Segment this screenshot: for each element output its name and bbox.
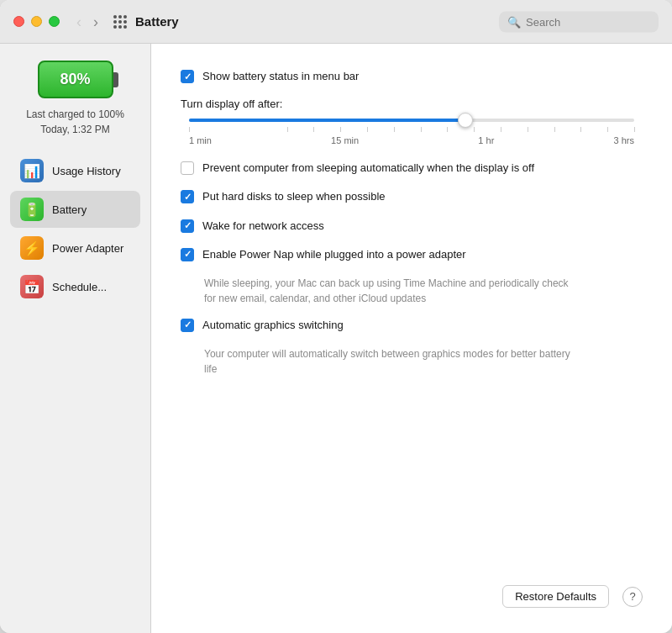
show-battery-checkbox[interactable]	[181, 70, 194, 83]
bottom-actions: Restore Defaults ?	[181, 568, 643, 608]
minimize-button[interactable]	[31, 16, 42, 27]
sidebar-item-power-adapter-label: Power Adapter	[52, 242, 123, 255]
search-box[interactable]: 🔍	[499, 11, 659, 32]
show-battery-label: Show battery status in menu bar	[202, 69, 359, 84]
window-title: Battery	[135, 14, 179, 29]
slider-track	[189, 119, 634, 122]
slider-mark-3hrs: 3 hrs	[614, 135, 634, 145]
prevent-sleeping-checkbox[interactable]	[181, 161, 194, 175]
sidebar-item-usage-history[interactable]: 📊 Usage History	[10, 152, 140, 189]
hard-disks-checkbox[interactable]	[181, 190, 194, 203]
forward-button[interactable]: ›	[90, 13, 102, 31]
sidebar-item-schedule[interactable]: 📅 Schedule...	[10, 268, 140, 305]
schedule-icon: 📅	[20, 275, 44, 298]
sidebar: 80% Last charged to 100% Today, 1:32 PM …	[0, 44, 151, 633]
battery-widget: 80% Last charged to 100% Today, 1:32 PM	[26, 61, 124, 137]
slider-labels: 1 min 15 min 1 hr 3 hrs	[189, 135, 634, 145]
nav-buttons: ‹ ›	[73, 13, 102, 31]
display-off-section: Turn display off after:	[181, 98, 643, 145]
search-input[interactable]	[526, 15, 650, 28]
auto-graphics-label: Automatic graphics switching	[202, 318, 344, 333]
wake-network-label: Wake for network access	[202, 219, 324, 234]
display-off-slider-container: 1 min 15 min 1 hr 3 hrs	[189, 119, 634, 145]
prevent-sleeping-row: Prevent computer from sleeping automatic…	[181, 161, 643, 176]
sidebar-item-schedule-label: Schedule...	[52, 281, 107, 293]
search-icon: 🔍	[507, 15, 521, 28]
settings-section: Show battery status in menu bar Turn dis…	[181, 69, 643, 568]
traffic-lights	[13, 16, 60, 27]
sidebar-item-battery[interactable]: 🔋 Battery	[10, 191, 140, 228]
hard-disks-row: Put hard disks to sleep when possible	[181, 189, 643, 204]
titlebar: ‹ › Battery 🔍	[0, 0, 672, 44]
show-battery-row: Show battery status in menu bar	[181, 69, 643, 84]
power-nap-row: Enable Power Nap while plugged into a po…	[181, 247, 643, 262]
right-panel: Show battery status in menu bar Turn dis…	[151, 44, 672, 633]
power-nap-label: Enable Power Nap while plugged into a po…	[202, 247, 466, 262]
prevent-sleeping-label: Prevent computer from sleeping automatic…	[202, 161, 534, 176]
usage-history-icon: 📊	[20, 159, 44, 182]
back-button[interactable]: ‹	[73, 13, 85, 31]
slider-mark-1hr: 1 hr	[478, 135, 494, 145]
battery-charged-text: Last charged to 100% Today, 1:32 PM	[26, 107, 124, 137]
auto-graphics-checkbox[interactable]	[181, 319, 194, 332]
maximize-button[interactable]	[49, 16, 60, 27]
battery-terminal	[113, 72, 118, 87]
hard-disks-label: Put hard disks to sleep when possible	[202, 189, 386, 204]
power-nap-sublabel: While sleeping, your Mac can back up usi…	[204, 276, 582, 306]
help-button[interactable]: ?	[622, 587, 643, 607]
battery-nav-icon: 🔋	[20, 198, 44, 221]
slider-mark-1min: 1 min	[189, 135, 212, 145]
close-button[interactable]	[13, 16, 24, 27]
main-content: 80% Last charged to 100% Today, 1:32 PM …	[0, 44, 672, 633]
battery-icon-container: 80%	[38, 61, 113, 98]
battery-percent: 80%	[60, 71, 90, 88]
sidebar-item-battery-label: Battery	[52, 203, 87, 216]
slider-ticks	[189, 127, 634, 132]
slider-mark-15min: 15 min	[331, 135, 359, 145]
window: ‹ › Battery 🔍 80%	[0, 0, 672, 633]
display-off-label: Turn display off after:	[181, 98, 643, 110]
wake-network-checkbox[interactable]	[181, 219, 194, 233]
sidebar-item-power-adapter[interactable]: ⚡ Power Adapter	[10, 229, 140, 266]
power-adapter-icon: ⚡	[20, 236, 44, 260]
grid-icon[interactable]	[113, 15, 127, 29]
sidebar-item-usage-history-label: Usage History	[52, 165, 121, 177]
sidebar-nav: 📊 Usage History 🔋 Battery ⚡ Power Adapte…	[0, 152, 150, 307]
wake-network-row: Wake for network access	[181, 219, 643, 234]
slider-fill	[189, 119, 465, 122]
restore-defaults-button[interactable]: Restore Defaults	[502, 585, 609, 608]
battery-body: 80%	[38, 61, 113, 98]
auto-graphics-sublabel: Your computer will automatically switch …	[204, 346, 582, 377]
slider-thumb[interactable]	[458, 113, 473, 128]
auto-graphics-row: Automatic graphics switching	[181, 318, 643, 333]
power-nap-checkbox[interactable]	[181, 248, 194, 261]
